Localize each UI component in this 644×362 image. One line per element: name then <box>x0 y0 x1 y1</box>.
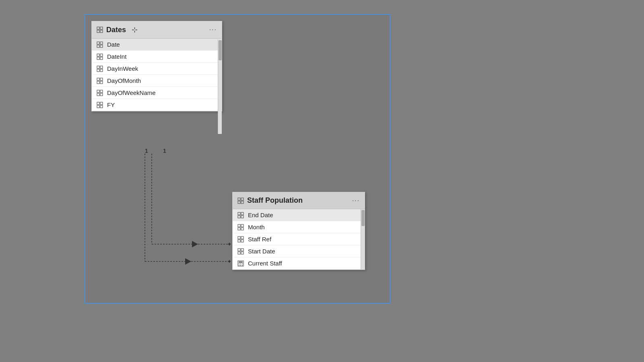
date-field-icon <box>97 41 103 48</box>
dates-table: Dates ⊹ ··· Date <box>91 21 222 111</box>
svg-rect-50 <box>238 249 240 251</box>
star-1: ✦ <box>227 241 232 247</box>
svg-rect-29 <box>100 93 103 96</box>
staffref-field-label: Staff Ref <box>248 236 271 243</box>
svg-rect-39 <box>241 212 244 215</box>
svg-rect-58 <box>242 263 243 264</box>
svg-rect-33 <box>100 105 103 108</box>
svg-rect-49 <box>241 240 244 242</box>
svg-rect-47 <box>241 237 244 239</box>
staff-table-rows: End Date Month <box>233 209 365 269</box>
dayinweek-field-icon <box>97 66 103 72</box>
svg-rect-23 <box>100 78 103 80</box>
svg-rect-15 <box>100 54 103 56</box>
currentstaff-field-label: Current Staff <box>248 260 282 267</box>
svg-rect-36 <box>238 201 240 204</box>
svg-rect-46 <box>238 237 240 239</box>
dayofweekname-field-icon <box>97 90 103 96</box>
dates-scrollbar-thumb <box>219 40 222 60</box>
rel-label-2: 1 <box>163 148 166 154</box>
dayofweekname-field-label: DayOfWeekName <box>107 89 156 96</box>
svg-rect-22 <box>97 78 99 80</box>
svg-rect-19 <box>100 66 103 68</box>
staff-field-startdate[interactable]: Start Date <box>233 245 365 257</box>
month-field-label: Month <box>248 224 265 230</box>
fy-field-label: FY <box>107 101 115 108</box>
dates-field-dayofweekname[interactable]: DayOfWeekName <box>92 87 222 99</box>
dayofmonth-field-label: DayOfMonth <box>107 77 141 84</box>
svg-rect-57 <box>240 263 241 264</box>
dayofmonth-field-icon <box>97 78 103 84</box>
star-2: ✦ <box>227 258 232 265</box>
canvas-area: 1 1 ✦ ✦ Da <box>85 14 390 304</box>
svg-rect-37 <box>241 201 244 204</box>
month-field-icon <box>237 224 244 230</box>
staff-scrollbar-thumb <box>361 210 365 226</box>
dates-field-fy[interactable]: FY <box>92 99 222 111</box>
dates-field-dayinweek[interactable]: DayInWeek <box>92 63 222 75</box>
svg-rect-56 <box>239 263 239 264</box>
staff-table-title: Staff Population <box>247 196 303 205</box>
move-cursor-icon: ⊹ <box>132 25 138 34</box>
svg-rect-27 <box>100 90 103 93</box>
staff-field-staffref[interactable]: Staff Ref <box>233 233 365 245</box>
dates-table-header-left: Dates ⊹ <box>97 25 138 34</box>
dates-field-dayofmonth[interactable]: DayOfMonth <box>92 75 222 87</box>
svg-rect-24 <box>97 81 99 84</box>
staff-field-currentstaff[interactable]: Current Staff <box>233 257 365 269</box>
svg-rect-41 <box>241 216 244 218</box>
svg-rect-43 <box>241 224 244 227</box>
startdate-field-label: Start Date <box>248 248 275 255</box>
svg-rect-20 <box>97 69 99 72</box>
svg-rect-61 <box>242 265 243 266</box>
svg-rect-45 <box>241 228 244 230</box>
svg-rect-59 <box>239 265 239 266</box>
dateint-field-label: DateInt <box>107 53 126 60</box>
svg-rect-53 <box>241 252 244 254</box>
staff-table-menu[interactable]: ··· <box>352 197 360 204</box>
svg-rect-52 <box>238 252 240 254</box>
dates-table-header: Dates ⊹ ··· <box>92 21 222 39</box>
staff-field-enddate[interactable]: End Date <box>233 209 365 221</box>
svg-rect-30 <box>97 102 99 105</box>
svg-rect-9 <box>100 30 103 33</box>
svg-rect-8 <box>97 30 99 33</box>
svg-rect-17 <box>100 57 103 60</box>
enddate-field-icon <box>237 212 244 218</box>
svg-rect-51 <box>241 249 244 251</box>
svg-rect-7 <box>100 27 103 29</box>
staff-field-month[interactable]: Month <box>233 221 365 233</box>
svg-rect-12 <box>97 45 99 47</box>
date-field-label: Date <box>107 41 120 48</box>
svg-rect-18 <box>97 66 99 68</box>
dates-table-rows: Date DateInt DayInWeek <box>92 39 222 111</box>
staff-table: Staff Population ··· End Date <box>232 192 365 270</box>
svg-rect-6 <box>97 27 99 29</box>
staff-table-wrapper: End Date Month <box>233 209 365 269</box>
fy-field-icon <box>97 102 103 108</box>
staffref-field-icon <box>237 236 244 243</box>
svg-rect-21 <box>100 69 103 72</box>
currentstaff-field-icon <box>237 260 244 267</box>
dates-field-date[interactable]: Date <box>92 39 222 51</box>
dates-field-dateint[interactable]: DateInt <box>92 51 222 63</box>
svg-rect-28 <box>97 93 99 96</box>
dates-scrollbar[interactable] <box>218 39 222 134</box>
dates-table-title: Dates <box>106 26 126 34</box>
staff-table-icon <box>237 197 244 204</box>
staff-scrollbar[interactable] <box>361 209 365 269</box>
svg-rect-32 <box>97 105 99 108</box>
svg-rect-42 <box>238 224 240 227</box>
svg-rect-38 <box>238 212 240 215</box>
dates-table-menu[interactable]: ··· <box>209 26 217 33</box>
svg-rect-34 <box>238 198 240 200</box>
dayinweek-field-label: DayInWeek <box>107 65 138 72</box>
svg-rect-13 <box>100 45 103 47</box>
svg-rect-14 <box>97 54 99 56</box>
svg-rect-35 <box>241 198 244 200</box>
arrow-2 <box>185 258 191 265</box>
svg-rect-10 <box>97 42 99 44</box>
svg-rect-25 <box>100 81 103 84</box>
svg-rect-55 <box>239 261 243 263</box>
enddate-field-label: End Date <box>248 212 273 218</box>
